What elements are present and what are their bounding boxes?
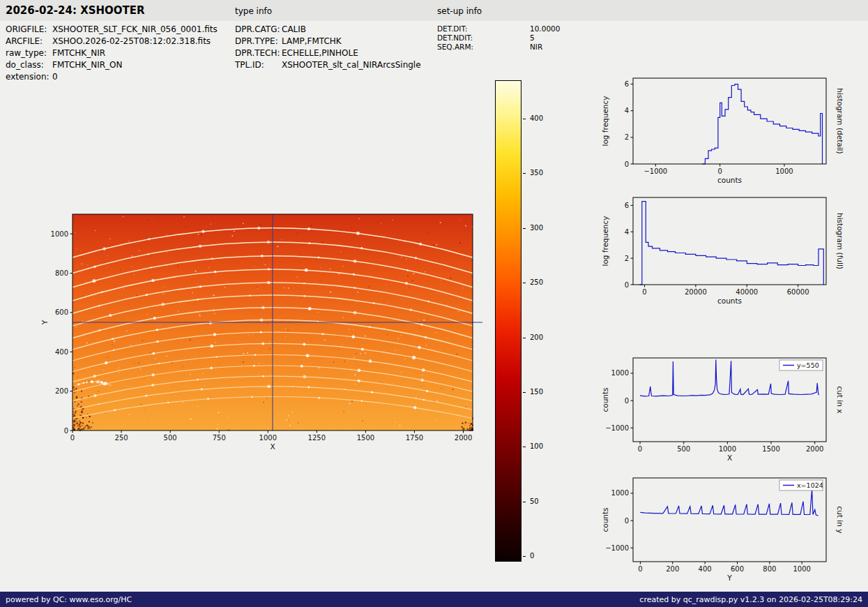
info-value: FMTCHK_NIR_ON [52,59,122,71]
info-label: DPR.TECH: [235,47,282,59]
svg-text:y=550: y=550 [797,361,819,369]
info-label: do_class: [6,59,52,71]
svg-text:0: 0 [642,288,646,296]
svg-text:−1000: −1000 [605,544,629,552]
svg-text:X: X [270,442,275,451]
colorbar-tick [523,283,526,283]
colorbar-tick-label: 200 [530,333,543,343]
info-value: 10.0000 [530,24,560,33]
page-title: 2026-02-24: XSHOOTER [6,4,145,17]
svg-text:1000: 1000 [793,565,811,573]
colorbar-tick [523,502,526,502]
svg-text:0: 0 [625,281,629,289]
colorbar-tick [523,228,526,229]
svg-text:0: 0 [717,167,722,175]
setup-info-block: DET.DIT: 10.0000 DET.NDIT: 5 SEQ.ARM: NI… [437,24,560,52]
svg-text:250: 250 [115,434,128,442]
svg-text:600: 600 [55,308,68,316]
info-value: ECHELLE,PINHOLE [282,47,358,59]
svg-text:1000: 1000 [259,434,277,442]
info-label: DPR.CATG: [235,24,282,36]
svg-text:−1000: −1000 [605,424,629,432]
svg-text:counts: counts [601,507,609,532]
info-value: FMTCHK_NIR [52,47,105,59]
colorbar-tick [523,556,526,557]
info-label: ORIGFILE: [6,24,52,36]
svg-text:x=1024: x=1024 [797,481,823,489]
svg-text:6: 6 [625,202,629,209]
histogram-detail-chart: −1000010000246countslog frequencyhistogr… [596,68,868,197]
colorbar-tick-label: 400 [530,114,543,123]
footer-left-text: powered by QC: www.eso.org/HC [6,595,132,604]
svg-text:1000: 1000 [51,230,68,238]
type-info-block: DPR.CATG: CALIB DPR.TYPE: LAMP,FMTCHK DP… [235,24,421,71]
svg-text:0: 0 [625,517,629,525]
svg-text:1000: 1000 [611,369,629,377]
svg-text:0: 0 [625,397,629,405]
svg-text:0: 0 [638,565,642,573]
svg-text:Y: Y [40,320,49,325]
histogram-full-chart: 02000040000600000246countslog frequencyh… [596,188,868,317]
info-value: XSHOOTER_SLT_FCK_NIR_056_0001.fits [52,24,218,36]
svg-text:1500: 1500 [762,445,779,453]
info-value: XSHOO.2026-02-25T08:12:02.318.fits [52,36,211,47]
svg-text:500: 500 [164,434,177,442]
svg-text:800: 800 [763,565,776,573]
colorbar-tick-label: 300 [530,223,543,233]
info-value: XSHOOTER_slt_cal_NIRArcsSingle [282,59,421,71]
colorbar-tick [523,119,526,119]
type-info-row: DPR.TECH: ECHELLE,PINHOLE [235,47,421,59]
file-info-row: do_class: FMTCHK_NIR_ON [6,59,218,71]
colorbar-tick [523,173,526,174]
svg-text:2: 2 [625,255,629,262]
svg-text:1750: 1750 [406,434,423,442]
svg-text:cut in y: cut in y [836,506,844,533]
setup-info-heading: set-up info [437,6,482,16]
svg-text:600: 600 [731,565,744,573]
svg-text:200: 200 [666,565,679,573]
footer-right-text: created by qc_rawdisp.py v1.2.3 on 2026-… [639,595,862,604]
footer-bar: powered by QC: www.eso.org/HC created by… [0,592,868,607]
colorbar-tick-label: 100 [530,442,543,451]
colorbar-tick [523,338,526,338]
colorbar-tick-label: 150 [530,387,543,397]
info-value: CALIB [282,24,306,36]
colorbar-tick-label: 50 [530,497,539,507]
info-label: ARCFILE: [6,36,52,47]
svg-text:750: 750 [213,434,226,442]
type-info-row: TPL.ID: XSHOOTER_slt_cal_NIRArcsSingle [235,59,421,71]
type-info-heading: type info [235,6,272,16]
info-value: LAMP,FMTCHK [282,36,342,47]
svg-text:log frequency: log frequency [601,96,609,146]
svg-text:1000: 1000 [611,489,629,497]
svg-text:Y: Y [726,574,732,582]
file-info-row: ARCFILE: XSHOO.2026-02-25T08:12:02.318.f… [6,36,218,47]
info-value: 5 [530,33,535,43]
svg-text:log frequency: log frequency [601,216,609,266]
file-info-block: ORIGFILE: XSHOOTER_SLT_FCK_NIR_056_0001.… [6,24,218,83]
svg-text:400: 400 [55,348,68,356]
svg-text:1250: 1250 [308,434,326,442]
svg-text:1000: 1000 [719,445,736,453]
colorbar-tick-label: 250 [530,278,543,287]
file-info-row: raw_type: FMTCHK_NIR [6,47,218,59]
colorbar-ticks: 050100150200250300350400 [523,80,565,562]
info-label: TPL.ID: [235,59,282,71]
svg-text:0: 0 [625,160,629,168]
svg-text:40000: 40000 [736,288,758,296]
svg-text:histogram (detail): histogram (detail) [836,88,844,153]
svg-text:−1000: −1000 [644,167,667,175]
svg-text:4: 4 [625,228,629,236]
colorbar-tick [523,447,526,447]
svg-text:counts: counts [601,387,609,412]
svg-text:2: 2 [625,133,629,141]
info-value: NIR [530,43,542,52]
info-label: SEQ.ARM: [437,43,530,52]
setup-info-row: DET.DIT: 10.0000 [437,24,560,33]
svg-text:0: 0 [70,434,75,442]
svg-text:20000: 20000 [685,288,707,296]
svg-text:200: 200 [55,387,68,395]
svg-text:cut in x: cut in x [836,386,844,413]
qc-report-page: 2026-02-24: XSHOOTER type info set-up in… [0,0,868,607]
svg-text:0: 0 [64,427,68,435]
